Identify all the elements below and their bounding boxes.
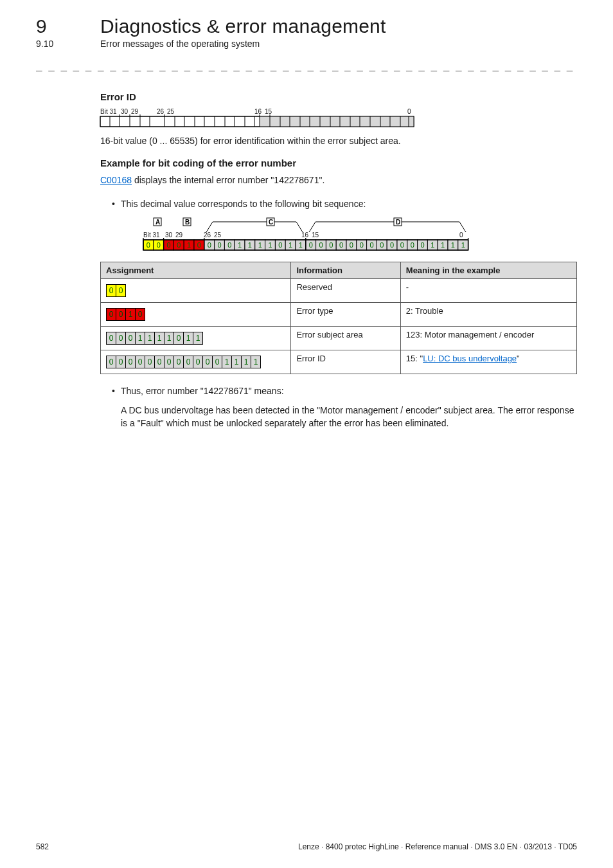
cell-assignment: 0001111011 [101, 326, 291, 350]
svg-text:0: 0 [197, 241, 201, 249]
example-heading: Example for bit coding of the error numb… [100, 158, 577, 168]
cell-information: Error type [291, 302, 400, 326]
svg-line-46 [206, 222, 213, 232]
svg-text:A: A [155, 219, 160, 226]
conclusion-bullet: Thus, error number "142278671" means: [112, 384, 577, 397]
cell-assignment: 0010 [101, 302, 291, 326]
svg-text:0: 0 [459, 231, 463, 239]
cell-information: Error ID [291, 350, 400, 374]
errorid-caption: 16-bit value (0 ... 65535) for error ide… [100, 134, 577, 147]
chapter-title: Diagnostics & error management [100, 15, 386, 37]
svg-text:0: 0 [329, 241, 333, 249]
svg-text:15: 15 [312, 231, 319, 239]
svg-text:1: 1 [248, 241, 252, 249]
cell-meaning: 2: Trouble [400, 302, 576, 326]
chapter-number: 9 [36, 15, 100, 37]
svg-text:0: 0 [309, 241, 313, 249]
svg-text:1: 1 [258, 241, 262, 249]
svg-text:1: 1 [268, 241, 272, 249]
footer-imprint: Lenze · 8400 protec HighLine · Reference… [298, 842, 577, 851]
svg-text:1: 1 [451, 241, 455, 249]
svg-text:0: 0 [166, 241, 170, 249]
svg-text:0: 0 [420, 241, 424, 249]
cell-meaning: 15: "LU: DC bus undervoltage" [400, 350, 576, 374]
svg-text:30: 30 [121, 108, 129, 115]
svg-text:1: 1 [187, 241, 191, 249]
link-error-lu[interactable]: LU: DC bus undervoltage [423, 354, 517, 363]
svg-line-51 [309, 222, 315, 232]
svg-text:16: 16 [301, 231, 309, 239]
link-c00168[interactable]: C00168 [100, 175, 132, 185]
example-bullet1: This decimal value corresponds to the fo… [112, 197, 577, 210]
svg-text:29: 29 [175, 231, 183, 239]
svg-line-48 [296, 222, 303, 232]
svg-text:0: 0 [319, 241, 323, 249]
svg-text:0: 0 [217, 241, 221, 249]
svg-text:25: 25 [214, 231, 222, 239]
cell-assignment: 0000000000001111 [101, 350, 291, 374]
svg-text:1: 1 [238, 241, 242, 249]
cell-meaning: - [400, 278, 576, 302]
th-assignment: Assignment [101, 262, 291, 278]
svg-text:C: C [269, 219, 273, 226]
svg-line-53 [459, 222, 466, 232]
svg-text:1: 1 [441, 241, 445, 249]
example-line1-rest: displays the internal error number "1422… [132, 175, 324, 185]
svg-rect-9 [260, 116, 414, 127]
bitfield-diagram-errorid: Bit 31 30 29 26 25 16 15 0 [95, 107, 416, 131]
svg-text:1: 1 [461, 241, 465, 249]
svg-text:0: 0 [227, 241, 231, 249]
svg-text:1: 1 [431, 241, 434, 249]
assignment-table: Assignment Information Meaning in the ex… [100, 262, 577, 374]
table-row: 0001111011Error subject area123: Motor m… [101, 326, 577, 350]
svg-text:0: 0 [369, 241, 373, 249]
section-number: 9.10 [36, 39, 100, 49]
svg-text:0: 0 [278, 241, 282, 249]
table-row: 0010Error type2: Trouble [101, 302, 577, 326]
svg-text:0: 0 [400, 241, 404, 249]
svg-text:0: 0 [208, 241, 211, 249]
svg-text:Bit 31: Bit 31 [100, 108, 117, 115]
svg-text:1: 1 [289, 241, 292, 249]
cell-information: Reserved [291, 278, 400, 302]
svg-text:1: 1 [299, 241, 303, 249]
svg-text:0: 0 [360, 241, 364, 249]
conclusion-text: A DC bus undervoltage has been detected … [121, 404, 577, 430]
errorid-heading: Error ID [100, 91, 577, 102]
svg-text:D: D [396, 219, 400, 226]
svg-text:15: 15 [265, 108, 272, 115]
bitfield-diagram-example: A B C D Bit 31 30 29 26 25 16 15 0 00 [138, 217, 470, 254]
example-line1: C00168 displays the internal error numbe… [100, 174, 577, 186]
svg-text:29: 29 [131, 108, 139, 115]
page-number: 582 [36, 842, 49, 851]
svg-text:0: 0 [411, 241, 414, 249]
svg-text:26: 26 [204, 231, 211, 239]
cell-information: Error subject area [291, 326, 400, 350]
svg-text:0: 0 [147, 241, 150, 249]
th-information: Information [291, 262, 400, 278]
th-meaning: Meaning in the example [400, 262, 576, 278]
svg-text:26: 26 [157, 108, 164, 115]
cell-meaning: 123: Motor management / encoder [400, 326, 576, 350]
section-title: Error messages of the operating system [100, 39, 260, 49]
svg-text:0: 0 [390, 241, 394, 249]
svg-text:25: 25 [167, 108, 175, 115]
table-row: 0000000000001111Error ID15: "LU: DC bus … [101, 350, 577, 374]
svg-text:30: 30 [165, 231, 173, 239]
svg-text:B: B [185, 219, 190, 226]
svg-text:Bit 31: Bit 31 [143, 231, 160, 239]
svg-text:0: 0 [407, 108, 411, 115]
page-header: 9 Diagnostics & error management 9.10 Er… [36, 15, 577, 49]
svg-text:0: 0 [339, 241, 343, 249]
separator-dashes: _ _ _ _ _ _ _ _ _ _ _ _ _ _ _ _ _ _ _ _ … [36, 62, 577, 73]
svg-text:0: 0 [157, 241, 161, 249]
svg-text:0: 0 [350, 241, 353, 249]
svg-text:16: 16 [254, 108, 262, 115]
svg-text:0: 0 [380, 241, 384, 249]
cell-assignment: 00 [101, 278, 291, 302]
table-row: 00Reserved- [101, 278, 577, 302]
svg-text:0: 0 [177, 241, 181, 249]
